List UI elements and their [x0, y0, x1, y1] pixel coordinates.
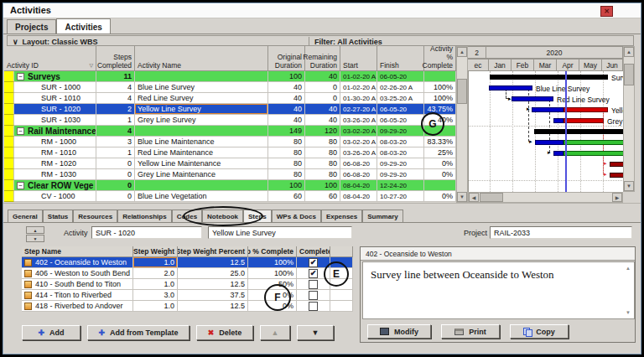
gantt-vscrollbar[interactable]: ▲ ▼ — [623, 46, 635, 192]
gantt-hscrollbar[interactable]: ◀ ▶ — [468, 192, 623, 203]
steps-column-header[interactable]: Step Weight Percent — [178, 246, 248, 257]
table-row[interactable]: CV - 10000Blue Line Vegetation606008-04-… — [4, 191, 456, 202]
project-id-field[interactable]: RAIL-2033 — [490, 226, 632, 239]
step-description-text-area[interactable]: Survey line between Oceanside to Weston … — [362, 261, 635, 319]
prev-activity-button[interactable]: ▲ — [26, 226, 44, 234]
column-header-id[interactable]: Activity ID▽ — [4, 46, 96, 71]
table-vscrollbar[interactable]: ▲ ▼ — [456, 46, 468, 203]
step-row[interactable]: 418 - Riverbed to Andover1.012.50% — [22, 301, 353, 312]
steps-column-header[interactable]: Completed — [297, 246, 330, 257]
gantt-bar[interactable] — [534, 129, 623, 134]
table-row[interactable]: SUR - 10004Blue Line Survey40001-02-20 A… — [4, 82, 456, 93]
layout-selector[interactable]: ∨ Layout: Classic WBS — [8, 37, 309, 46]
scroll-down-icon[interactable]: ▼ — [457, 192, 467, 202]
scroll-up-icon[interactable]: ▲ — [457, 47, 467, 57]
scroll-up-icon[interactable]: ▲ — [624, 47, 634, 57]
column-header-pct[interactable]: Activity % Complete — [424, 46, 456, 71]
scroll-thumb[interactable] — [624, 64, 634, 85]
column-header-start[interactable]: Start — [340, 46, 377, 71]
completed-checkbox[interactable]: ✔ — [309, 258, 318, 267]
move-step-up-button[interactable]: ▲ — [260, 325, 290, 340]
gantt-bar[interactable] — [490, 75, 608, 80]
scroll-up-icon[interactable]: ▲ — [623, 263, 633, 273]
tab-activities[interactable]: Activities — [56, 18, 110, 34]
step-weight-cell[interactable]: 1.0 — [133, 257, 178, 268]
completed-checkbox[interactable] — [309, 302, 318, 311]
gantt-bar[interactable] — [564, 107, 608, 112]
table-row[interactable]: −Surveys111004001-02-20 A06-05-20 — [4, 71, 456, 82]
scroll-left-icon[interactable]: ◀ — [469, 193, 479, 202]
table-row[interactable]: RM - 10200Yellow Line Maintenance808006-… — [4, 158, 456, 169]
table-row[interactable]: SUR - 10104Red Line Survey40001-30-20 A0… — [4, 93, 456, 104]
detail-tab-summary[interactable]: Summary — [362, 210, 402, 223]
collapse-icon[interactable]: − — [17, 182, 24, 189]
gantt-bar[interactable] — [564, 140, 623, 145]
scroll-thumb[interactable] — [457, 79, 467, 104]
collapse-icon[interactable]: − — [17, 73, 24, 80]
step-row[interactable]: 410 - South Bend to Titon1.012.550% — [22, 279, 353, 290]
copy-button[interactable]: Copy — [510, 324, 569, 339]
gantt-bar[interactable] — [489, 85, 532, 91]
pane-splitter[interactable] — [3, 203, 641, 210]
detail-tab-relationships[interactable]: Relationships — [117, 210, 171, 223]
detail-tab-expenses[interactable]: Expenses — [321, 210, 362, 223]
detail-tab-general[interactable]: General — [8, 210, 43, 223]
add-step-button[interactable]: ✚ Add — [22, 325, 80, 340]
gantt-bar[interactable] — [512, 96, 553, 101]
print-button[interactable]: Print — [441, 324, 500, 339]
table-row[interactable]: −Rail Maintenance414912003-02-20 A09-29-… — [4, 126, 456, 137]
activity-name-field[interactable]: Yellow Line Survey — [208, 226, 352, 239]
close-icon[interactable]: ✕ — [600, 6, 613, 17]
step-weight-cell[interactable]: 3.0 — [133, 290, 178, 301]
gantt-bar[interactable] — [610, 162, 623, 167]
column-header-od[interactable]: Original Duration — [268, 46, 305, 71]
activity-id-field[interactable]: SUR - 1020 — [91, 226, 202, 239]
table-row[interactable]: SUR - 10202Yellow Line Survey404002-27-2… — [4, 104, 456, 115]
table-row[interactable]: −Clear ROW Vege010010008-04-2012-24-20 — [4, 180, 456, 191]
gantt-bar[interactable] — [564, 151, 623, 156]
column-header-name[interactable]: Activity Name — [135, 46, 268, 71]
gantt-bar[interactable] — [610, 173, 623, 178]
move-step-down-button[interactable]: ▼ — [297, 325, 334, 340]
tab-projects[interactable]: Projects — [7, 19, 56, 34]
column-header-rd[interactable]: Remaining Duration — [305, 46, 340, 71]
table-row[interactable]: SUR - 10301Grey Line Survey404003-26-20 … — [4, 115, 456, 126]
column-header-steps[interactable]: Steps Completed — [96, 46, 135, 71]
step-weight-cell[interactable]: 2.0 — [133, 268, 178, 279]
add-from-template-button[interactable]: ✚ Add from Template — [87, 325, 190, 340]
step-icon — [24, 292, 32, 299]
gantt-bar[interactable] — [553, 151, 564, 156]
detail-tab-wps-docs[interactable]: WPs & Docs — [272, 210, 321, 223]
step-row[interactable]: 406 - Weston to South Bend2.025.0100%✔ — [22, 268, 353, 279]
completed-checkbox[interactable] — [309, 291, 318, 300]
table-row[interactable]: RM - 10300Grey Line Maintenance808006-08… — [4, 169, 456, 180]
filter-selector[interactable]: Filter: All Activities — [309, 37, 633, 46]
detail-tab-status[interactable]: Status — [43, 210, 73, 223]
completed-checkbox[interactable] — [309, 280, 318, 289]
steps-column-header[interactable]: Step Weight — [133, 246, 178, 257]
modify-button[interactable]: Modify — [367, 324, 431, 339]
steps-column-header[interactable]: Step % Complete — [248, 246, 297, 257]
step-row[interactable]: 414 - Titon to Riverbed3.037.50% — [22, 290, 353, 301]
gantt-bar[interactable] — [532, 107, 564, 112]
completed-checkbox[interactable]: ✔ — [309, 269, 318, 278]
step-row[interactable]: 402 - Oceanside to Weston1.012.5100%✔ — [22, 257, 353, 268]
gantt-bar[interactable] — [535, 140, 564, 145]
scroll-right-icon[interactable]: ▶ — [612, 193, 622, 202]
scroll-thumb[interactable] — [480, 193, 503, 202]
steps-column-header[interactable] — [330, 246, 353, 257]
step-weight-cell[interactable]: 1.0 — [133, 279, 178, 290]
column-header-finish[interactable]: Finish — [377, 46, 424, 71]
table-row[interactable]: RM - 10003Blue Line Maintenance808003-02… — [4, 137, 456, 147]
collapse-icon[interactable]: − — [17, 127, 24, 135]
delete-step-button[interactable]: ✖ Delete — [196, 325, 253, 340]
detail-tab-resources[interactable]: Resources — [73, 210, 117, 223]
step-weight-cell[interactable]: 1.0 — [133, 301, 178, 312]
scroll-down-icon[interactable]: ▼ — [624, 181, 634, 191]
table-row[interactable]: RM - 10101Red Line Maintenance808003-26-… — [4, 147, 456, 158]
gantt-bar[interactable] — [564, 118, 604, 123]
scroll-down-icon[interactable]: ▼ — [623, 308, 633, 318]
steps-column-header[interactable]: Step Name — [22, 246, 133, 257]
gantt-bar[interactable] — [553, 118, 564, 123]
next-activity-button[interactable]: ▼ — [26, 235, 44, 242]
